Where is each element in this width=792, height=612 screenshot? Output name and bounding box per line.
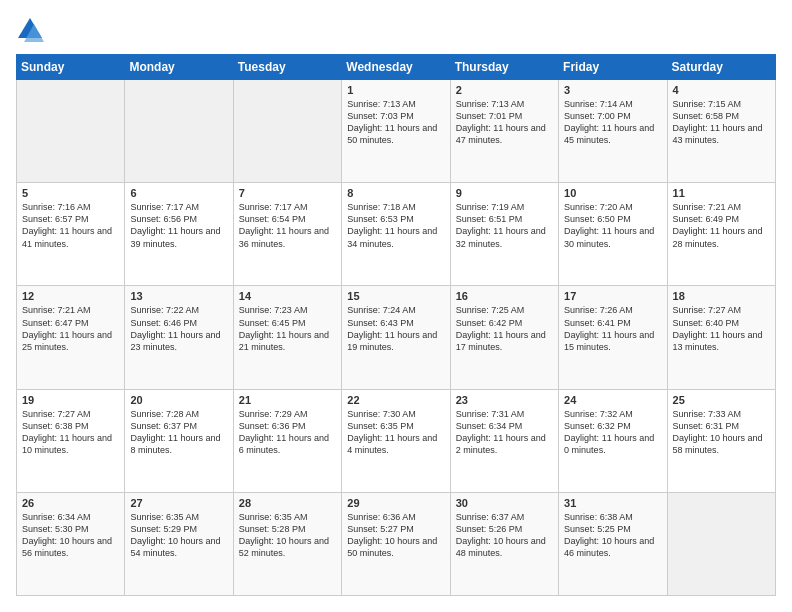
calendar-cell: 22Sunrise: 7:30 AM Sunset: 6:35 PM Dayli… xyxy=(342,389,450,492)
page: SundayMondayTuesdayWednesdayThursdayFrid… xyxy=(0,0,792,612)
day-number: 4 xyxy=(673,84,770,96)
cell-daylight-info: Sunrise: 7:17 AM Sunset: 6:56 PM Dayligh… xyxy=(130,201,227,250)
day-number: 5 xyxy=(22,187,119,199)
cell-daylight-info: Sunrise: 7:22 AM Sunset: 6:46 PM Dayligh… xyxy=(130,304,227,353)
calendar-cell: 21Sunrise: 7:29 AM Sunset: 6:36 PM Dayli… xyxy=(233,389,341,492)
calendar-cell: 12Sunrise: 7:21 AM Sunset: 6:47 PM Dayli… xyxy=(17,286,125,389)
calendar-cell: 9Sunrise: 7:19 AM Sunset: 6:51 PM Daylig… xyxy=(450,183,558,286)
calendar-week-row: 26Sunrise: 6:34 AM Sunset: 5:30 PM Dayli… xyxy=(17,492,776,595)
day-number: 21 xyxy=(239,394,336,406)
cell-daylight-info: Sunrise: 7:17 AM Sunset: 6:54 PM Dayligh… xyxy=(239,201,336,250)
cell-daylight-info: Sunrise: 7:26 AM Sunset: 6:41 PM Dayligh… xyxy=(564,304,661,353)
cell-daylight-info: Sunrise: 7:19 AM Sunset: 6:51 PM Dayligh… xyxy=(456,201,553,250)
day-number: 22 xyxy=(347,394,444,406)
calendar-cell xyxy=(667,492,775,595)
calendar-cell: 23Sunrise: 7:31 AM Sunset: 6:34 PM Dayli… xyxy=(450,389,558,492)
calendar-cell: 7Sunrise: 7:17 AM Sunset: 6:54 PM Daylig… xyxy=(233,183,341,286)
cell-daylight-info: Sunrise: 7:29 AM Sunset: 6:36 PM Dayligh… xyxy=(239,408,336,457)
calendar-cell: 27Sunrise: 6:35 AM Sunset: 5:29 PM Dayli… xyxy=(125,492,233,595)
day-number: 25 xyxy=(673,394,770,406)
cell-daylight-info: Sunrise: 7:30 AM Sunset: 6:35 PM Dayligh… xyxy=(347,408,444,457)
day-number: 1 xyxy=(347,84,444,96)
day-number: 19 xyxy=(22,394,119,406)
day-number: 6 xyxy=(130,187,227,199)
day-number: 30 xyxy=(456,497,553,509)
calendar-cell: 17Sunrise: 7:26 AM Sunset: 6:41 PM Dayli… xyxy=(559,286,667,389)
weekday-header: Monday xyxy=(125,55,233,80)
calendar-cell: 10Sunrise: 7:20 AM Sunset: 6:50 PM Dayli… xyxy=(559,183,667,286)
calendar-cell: 11Sunrise: 7:21 AM Sunset: 6:49 PM Dayli… xyxy=(667,183,775,286)
weekday-header: Sunday xyxy=(17,55,125,80)
weekday-header: Tuesday xyxy=(233,55,341,80)
cell-daylight-info: Sunrise: 7:31 AM Sunset: 6:34 PM Dayligh… xyxy=(456,408,553,457)
calendar-cell: 18Sunrise: 7:27 AM Sunset: 6:40 PM Dayli… xyxy=(667,286,775,389)
cell-daylight-info: Sunrise: 6:35 AM Sunset: 5:28 PM Dayligh… xyxy=(239,511,336,560)
day-number: 17 xyxy=(564,290,661,302)
day-number: 16 xyxy=(456,290,553,302)
calendar-cell: 13Sunrise: 7:22 AM Sunset: 6:46 PM Dayli… xyxy=(125,286,233,389)
calendar-week-row: 12Sunrise: 7:21 AM Sunset: 6:47 PM Dayli… xyxy=(17,286,776,389)
weekday-header: Wednesday xyxy=(342,55,450,80)
day-number: 10 xyxy=(564,187,661,199)
calendar-header-row: SundayMondayTuesdayWednesdayThursdayFrid… xyxy=(17,55,776,80)
cell-daylight-info: Sunrise: 7:20 AM Sunset: 6:50 PM Dayligh… xyxy=(564,201,661,250)
day-number: 26 xyxy=(22,497,119,509)
calendar-cell: 8Sunrise: 7:18 AM Sunset: 6:53 PM Daylig… xyxy=(342,183,450,286)
calendar-cell: 19Sunrise: 7:27 AM Sunset: 6:38 PM Dayli… xyxy=(17,389,125,492)
calendar-cell: 15Sunrise: 7:24 AM Sunset: 6:43 PM Dayli… xyxy=(342,286,450,389)
cell-daylight-info: Sunrise: 7:15 AM Sunset: 6:58 PM Dayligh… xyxy=(673,98,770,147)
cell-daylight-info: Sunrise: 7:16 AM Sunset: 6:57 PM Dayligh… xyxy=(22,201,119,250)
weekday-header: Friday xyxy=(559,55,667,80)
calendar-cell: 30Sunrise: 6:37 AM Sunset: 5:26 PM Dayli… xyxy=(450,492,558,595)
calendar-cell xyxy=(17,80,125,183)
calendar-cell: 5Sunrise: 7:16 AM Sunset: 6:57 PM Daylig… xyxy=(17,183,125,286)
cell-daylight-info: Sunrise: 7:32 AM Sunset: 6:32 PM Dayligh… xyxy=(564,408,661,457)
cell-daylight-info: Sunrise: 7:21 AM Sunset: 6:47 PM Dayligh… xyxy=(22,304,119,353)
cell-daylight-info: Sunrise: 7:33 AM Sunset: 6:31 PM Dayligh… xyxy=(673,408,770,457)
day-number: 11 xyxy=(673,187,770,199)
calendar-cell: 25Sunrise: 7:33 AM Sunset: 6:31 PM Dayli… xyxy=(667,389,775,492)
weekday-header: Saturday xyxy=(667,55,775,80)
day-number: 14 xyxy=(239,290,336,302)
day-number: 2 xyxy=(456,84,553,96)
calendar-cell: 31Sunrise: 6:38 AM Sunset: 5:25 PM Dayli… xyxy=(559,492,667,595)
day-number: 24 xyxy=(564,394,661,406)
calendar-cell: 1Sunrise: 7:13 AM Sunset: 7:03 PM Daylig… xyxy=(342,80,450,183)
calendar-cell: 3Sunrise: 7:14 AM Sunset: 7:00 PM Daylig… xyxy=(559,80,667,183)
weekday-header: Thursday xyxy=(450,55,558,80)
cell-daylight-info: Sunrise: 6:34 AM Sunset: 5:30 PM Dayligh… xyxy=(22,511,119,560)
cell-daylight-info: Sunrise: 7:13 AM Sunset: 7:01 PM Dayligh… xyxy=(456,98,553,147)
calendar-cell: 4Sunrise: 7:15 AM Sunset: 6:58 PM Daylig… xyxy=(667,80,775,183)
cell-daylight-info: Sunrise: 7:14 AM Sunset: 7:00 PM Dayligh… xyxy=(564,98,661,147)
calendar-cell xyxy=(233,80,341,183)
day-number: 31 xyxy=(564,497,661,509)
day-number: 27 xyxy=(130,497,227,509)
calendar-table: SundayMondayTuesdayWednesdayThursdayFrid… xyxy=(16,54,776,596)
cell-daylight-info: Sunrise: 7:18 AM Sunset: 6:53 PM Dayligh… xyxy=(347,201,444,250)
cell-daylight-info: Sunrise: 7:28 AM Sunset: 6:37 PM Dayligh… xyxy=(130,408,227,457)
cell-daylight-info: Sunrise: 7:23 AM Sunset: 6:45 PM Dayligh… xyxy=(239,304,336,353)
cell-daylight-info: Sunrise: 7:27 AM Sunset: 6:38 PM Dayligh… xyxy=(22,408,119,457)
calendar-cell: 28Sunrise: 6:35 AM Sunset: 5:28 PM Dayli… xyxy=(233,492,341,595)
cell-daylight-info: Sunrise: 7:24 AM Sunset: 6:43 PM Dayligh… xyxy=(347,304,444,353)
day-number: 15 xyxy=(347,290,444,302)
logo-icon xyxy=(16,16,44,44)
cell-daylight-info: Sunrise: 6:38 AM Sunset: 5:25 PM Dayligh… xyxy=(564,511,661,560)
calendar-cell: 24Sunrise: 7:32 AM Sunset: 6:32 PM Dayli… xyxy=(559,389,667,492)
calendar-cell xyxy=(125,80,233,183)
day-number: 18 xyxy=(673,290,770,302)
day-number: 13 xyxy=(130,290,227,302)
day-number: 20 xyxy=(130,394,227,406)
day-number: 28 xyxy=(239,497,336,509)
cell-daylight-info: Sunrise: 6:36 AM Sunset: 5:27 PM Dayligh… xyxy=(347,511,444,560)
day-number: 9 xyxy=(456,187,553,199)
logo xyxy=(16,16,48,44)
cell-daylight-info: Sunrise: 6:35 AM Sunset: 5:29 PM Dayligh… xyxy=(130,511,227,560)
header xyxy=(16,16,776,44)
day-number: 7 xyxy=(239,187,336,199)
day-number: 12 xyxy=(22,290,119,302)
calendar-cell: 6Sunrise: 7:17 AM Sunset: 6:56 PM Daylig… xyxy=(125,183,233,286)
day-number: 23 xyxy=(456,394,553,406)
day-number: 8 xyxy=(347,187,444,199)
cell-daylight-info: Sunrise: 7:21 AM Sunset: 6:49 PM Dayligh… xyxy=(673,201,770,250)
